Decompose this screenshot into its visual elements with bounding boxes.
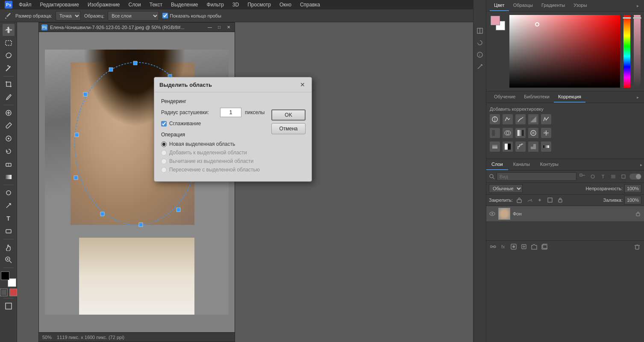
brush-strip-btn[interactable] [475, 62, 485, 72]
op-new-radio[interactable] [161, 142, 167, 147]
color-lookup-icon[interactable] [490, 142, 500, 152]
new-group-btn[interactable] [530, 242, 538, 251]
show-ring-checkbox[interactable] [162, 13, 168, 18]
history-tool[interactable] [3, 145, 15, 157]
exposure-icon[interactable] [528, 114, 538, 124]
lock-position-btn[interactable] [536, 196, 544, 204]
new-layer-btn[interactable] [540, 242, 549, 251]
color-panel-menu[interactable]: ▸ [635, 0, 641, 11]
tab-correction[interactable]: Коррекция [554, 91, 585, 103]
threshold-icon[interactable] [528, 142, 538, 152]
magic-wand-tool[interactable] [3, 62, 15, 74]
layers-search-input[interactable] [497, 172, 576, 181]
layer-icon-filter4[interactable] [609, 172, 618, 181]
lock-transparent-btn[interactable] [515, 196, 523, 204]
anti-alias-checkbox[interactable] [161, 121, 167, 127]
gradient-tool[interactable] [3, 171, 15, 183]
eyedropper-tool[interactable] [3, 91, 15, 103]
lock-all-btn[interactable] [556, 196, 564, 204]
photo-filter-icon[interactable] [528, 128, 538, 138]
tab-libraries[interactable]: Библиотеки [520, 91, 554, 103]
move-tool[interactable] [3, 24, 15, 36]
tab-gradients[interactable]: Градиенты [537, 0, 569, 11]
color-gradient-picker[interactable] [509, 15, 620, 88]
feather-input[interactable] [220, 108, 241, 117]
levels-icon[interactable] [503, 114, 513, 124]
delete-layer-btn[interactable] [633, 242, 641, 251]
color-balance-icon[interactable] [503, 128, 513, 138]
text-tool[interactable]: T [3, 212, 15, 224]
doc-minimize-btn[interactable]: — [206, 24, 213, 31]
lasso-tool[interactable] [3, 50, 15, 62]
crop-tool[interactable] [3, 78, 15, 90]
menu-file[interactable]: Файл [15, 1, 35, 9]
layer-icon-filter2[interactable] [588, 172, 597, 181]
invert-icon[interactable] [503, 142, 513, 152]
blend-mode-select[interactable]: Обычные [489, 184, 523, 193]
hand-tool[interactable] [3, 241, 15, 253]
info-strip-btn[interactable]: i [475, 50, 485, 60]
fill-input[interactable] [624, 196, 641, 204]
heal-tool[interactable] [3, 107, 15, 119]
panel-toggle-btn[interactable] [475, 26, 485, 36]
layer-filter-toggle[interactable] [629, 174, 641, 180]
menu-layers[interactable]: Слои [125, 1, 144, 9]
fg-color[interactable] [491, 16, 500, 25]
menu-text[interactable]: Текст [146, 1, 166, 9]
add-mask-btn[interactable] [509, 242, 518, 251]
tab-layers[interactable]: Слои [486, 159, 508, 170]
foreground-color-swatch[interactable] [1, 271, 9, 280]
curves-icon[interactable] [515, 114, 526, 124]
gradient-map-icon[interactable] [541, 142, 551, 152]
menu-view[interactable]: Просмотр [244, 1, 274, 9]
shape-tool[interactable] [3, 225, 15, 237]
sample-size-select[interactable]: Точка 3 x 3 5 x 5 [56, 11, 81, 21]
tab-patterns[interactable]: Узоры [569, 0, 591, 11]
brightness-contrast-icon[interactable] [490, 114, 500, 124]
black-white-icon[interactable] [515, 128, 526, 138]
tab-contours[interactable]: Контуры [535, 159, 564, 170]
history-strip-btn[interactable] [475, 38, 485, 48]
menu-filter[interactable]: Фильтр [203, 1, 227, 9]
menu-3d[interactable]: 3D [229, 1, 242, 9]
layers-panel-menu[interactable]: ▸ [638, 159, 644, 170]
hue-saturation-icon[interactable] [490, 128, 500, 138]
sample-select[interactable]: Все слои Текущий слой [108, 11, 159, 21]
tab-swatches[interactable]: Образцы [509, 0, 537, 11]
menu-select[interactable]: Выделение [168, 1, 202, 9]
doc-close-btn[interactable]: ✕ [225, 24, 232, 31]
opacity-slider[interactable] [634, 15, 641, 88]
menu-image[interactable]: Изображение [84, 1, 124, 9]
screen-mode[interactable] [3, 300, 15, 312]
tab-channels[interactable]: Каналы [508, 159, 535, 170]
channel-mixer-icon[interactable] [541, 128, 551, 138]
tab-color[interactable]: Цвет [490, 0, 509, 11]
pen-tool[interactable] [3, 200, 15, 212]
dialog-close-btn[interactable]: ✕ [299, 81, 306, 88]
posterize-icon[interactable] [515, 142, 526, 152]
select-area-dialog[interactable]: Выделить область ✕ Рендеринг Радиус раст… [154, 77, 312, 182]
menu-window[interactable]: Окно [276, 1, 295, 9]
quick-mask-on[interactable] [9, 289, 17, 296]
lock-artboard-btn[interactable] [546, 196, 554, 204]
correction-panel-menu[interactable]: ▸ [635, 91, 641, 103]
link-layers-btn[interactable] [489, 242, 497, 251]
add-effect-btn[interactable]: fx [499, 242, 508, 251]
layer-item[interactable]: Фон [486, 206, 644, 222]
brush-tool[interactable] [3, 120, 15, 132]
menu-edit[interactable]: Редактирование [37, 1, 82, 9]
new-fill-layer-btn[interactable] [520, 242, 528, 251]
dodge-tool[interactable] [3, 187, 15, 199]
layer-icon-filter3[interactable]: T [599, 172, 607, 181]
quick-mask-off[interactable] [0, 289, 8, 296]
color-swatches[interactable] [1, 271, 16, 287]
cancel-button[interactable]: Отмена [271, 123, 306, 134]
rect-select-tool[interactable] [3, 37, 15, 49]
layer-icon-filter1[interactable] [578, 172, 587, 181]
opacity-input[interactable] [624, 184, 641, 193]
lock-image-btn[interactable] [526, 196, 533, 204]
layer-visibility-toggle[interactable] [489, 210, 496, 217]
menu-help[interactable]: Справка [297, 1, 323, 9]
ok-button[interactable]: OK [271, 109, 306, 121]
vibrance-icon[interactable] [541, 114, 551, 124]
